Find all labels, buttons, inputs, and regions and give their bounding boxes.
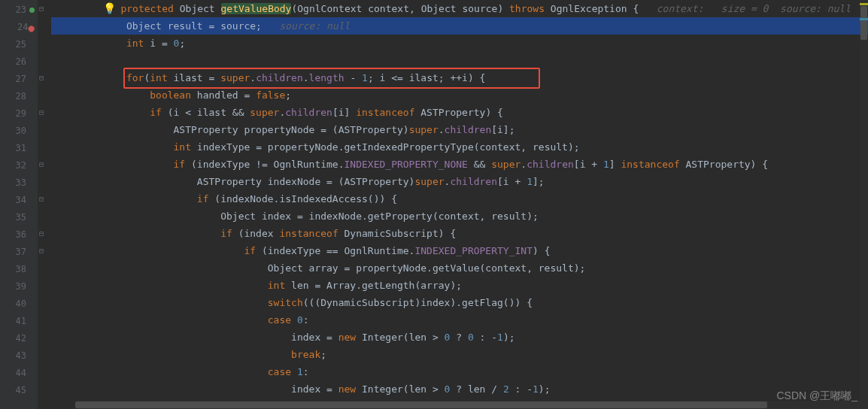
- code-token: Object: [180, 3, 221, 14]
- code-token: children: [450, 176, 497, 187]
- line-number[interactable]: 24●: [0, 19, 38, 36]
- code-line[interactable]: if (index instanceof DynamicSubscript) {: [51, 225, 868, 242]
- line-number[interactable]: 36: [0, 226, 38, 244]
- fold-toggle-icon[interactable]: ⊟: [39, 247, 46, 254]
- code-area[interactable]: ⊟⊟⊟⊟⊟⊟⊟ 💡 protected Object getValueBody(…: [38, 0, 868, 409]
- code-line[interactable]: int indexType = propertyNode.getIndexedP…: [51, 138, 868, 156]
- scrollbar-marker[interactable]: [860, 18, 868, 20]
- code-token: children: [445, 124, 492, 135]
- fold-toggle-icon[interactable]: ⊟: [39, 230, 46, 237]
- code-token: super: [491, 159, 520, 170]
- code-line[interactable]: if (indexType == OgnlRuntime.INDEXED_PRO…: [51, 242, 868, 259]
- code-token: boolean: [150, 89, 197, 101]
- code-token: :: [303, 366, 309, 377]
- code-token: Object result = source;: [126, 20, 280, 32]
- code-line[interactable]: case 1:: [51, 363, 868, 380]
- line-number[interactable]: 39: [0, 278, 38, 295]
- code-token: int: [174, 141, 197, 153]
- code-token: for: [126, 72, 144, 83]
- line-number[interactable]: 27: [0, 71, 38, 88]
- code-line[interactable]: if (i < ilast && super.children[i] insta…: [51, 104, 868, 121]
- code-line[interactable]: boolean handled = false;: [51, 86, 868, 104]
- line-number[interactable]: 26: [0, 53, 38, 71]
- line-number[interactable]: 33: [0, 174, 38, 192]
- code-token: length: [309, 72, 344, 83]
- code-token: case: [268, 314, 297, 326]
- code-line[interactable]: index = new Integer(len > 0 ? len / 2 : …: [51, 380, 868, 398]
- code-token: ;: [179, 38, 185, 49]
- line-number[interactable]: 28: [0, 88, 38, 105]
- code-token: ;: [285, 89, 291, 101]
- line-number[interactable]: 44: [0, 365, 38, 382]
- code-line[interactable]: index = new Integer(len > 0 ? 0 : -1);: [51, 329, 868, 346]
- line-number[interactable]: 31: [0, 140, 38, 157]
- fold-toggle-icon[interactable]: ⊟: [39, 5, 46, 12]
- code-token: : -: [509, 383, 533, 395]
- code-token: if: [244, 245, 261, 256]
- code-line[interactable]: int i = 0;: [51, 35, 868, 52]
- code-line[interactable]: Object index = indexNode.getProperty(con…: [51, 208, 868, 225]
- line-number[interactable]: 41: [0, 313, 38, 330]
- code-line[interactable]: 💡 protected Object getValueBody(OgnlCont…: [51, 0, 868, 17]
- code-token: int: [150, 72, 173, 83]
- line-number[interactable]: 37: [0, 244, 38, 261]
- code-token: .: [250, 72, 256, 83]
- fold-column[interactable]: ⊟⊟⊟⊟⊟⊟⊟: [38, 0, 48, 409]
- vertical-scrollbar-thumb[interactable]: [860, 6, 867, 40]
- code-token: protected: [120, 3, 179, 14]
- code-line[interactable]: if (indexType != OgnlRuntime.INDEXED_PRO…: [51, 156, 868, 173]
- line-number[interactable]: 23: [0, 2, 38, 19]
- line-number[interactable]: 35: [0, 209, 38, 226]
- vertical-scrollbar[interactable]: [860, 0, 868, 409]
- intention-bulb-icon[interactable]: 💡: [103, 0, 115, 17]
- code-line[interactable]: Object array = propertyNode.getValue(con…: [51, 259, 868, 277]
- code-token: (indexNode.isIndexedAccess()) {: [214, 193, 397, 204]
- code-line[interactable]: Object result = source; source: null: [51, 17, 868, 35]
- code-token: 1: [497, 332, 503, 343]
- fold-toggle-icon[interactable]: ⊟: [39, 109, 46, 116]
- scrollbar-marker[interactable]: [860, 3, 868, 5]
- line-number[interactable]: 25: [0, 36, 38, 53]
- line-number[interactable]: 29: [0, 105, 38, 123]
- line-number[interactable]: 32: [0, 157, 38, 174]
- line-number[interactable]: 30: [0, 123, 38, 140]
- code-token: ]: [609, 159, 621, 170]
- code-token: -: [344, 72, 362, 83]
- line-number[interactable]: 42: [0, 330, 38, 347]
- code-token: super: [220, 72, 250, 83]
- code-token: ];: [533, 176, 545, 187]
- line-number[interactable]: 40: [0, 295, 38, 313]
- code-line[interactable]: for(int ilast = super.children.length - …: [51, 69, 868, 86]
- horizontal-scrollbar-thumb[interactable]: [75, 401, 767, 408]
- code-token: indexType = propertyNode.getIndexedPrope…: [197, 141, 580, 153]
- code-content[interactable]: 💡 protected Object getValueBody(OgnlCont…: [38, 0, 868, 398]
- code-line[interactable]: [51, 52, 868, 69]
- line-number[interactable]: 43: [0, 347, 38, 365]
- line-number[interactable]: 34: [0, 192, 38, 209]
- code-line[interactable]: ASTProperty propertyNode = (ASTProperty)…: [51, 121, 868, 138]
- code-line[interactable]: case 0:: [51, 311, 868, 329]
- fold-toggle-icon[interactable]: ⊟: [39, 195, 46, 202]
- code-line[interactable]: break;: [51, 346, 868, 363]
- breakpoint-icon[interactable]: ●: [29, 23, 35, 33]
- fold-toggle-icon[interactable]: ⊟: [39, 161, 46, 168]
- code-token: Object index = indexNode.getProperty(con…: [220, 211, 539, 222]
- code-token: if: [150, 107, 167, 118]
- line-number[interactable]: 38: [0, 261, 38, 278]
- code-line[interactable]: ASTProperty indexNode = (ASTProperty)sup…: [51, 173, 868, 190]
- breakpoint-hit-icon[interactable]: [29, 8, 35, 13]
- gutter[interactable]: 2324●25262728293031323334353637383940414…: [0, 0, 38, 409]
- code-line[interactable]: switch(((DynamicSubscript)index).getFlag…: [51, 294, 868, 311]
- code-token: DynamicSubscript) {: [344, 228, 457, 239]
- code-token: super: [414, 176, 444, 187]
- code-line[interactable]: int len = Array.getLength(array);: [51, 277, 868, 294]
- horizontal-scrollbar[interactable]: [75, 401, 860, 409]
- code-token: i =: [150, 38, 173, 49]
- code-token: super: [250, 107, 279, 118]
- code-token: [i];: [491, 124, 514, 135]
- fold-toggle-icon[interactable]: ⊟: [39, 74, 46, 81]
- line-number[interactable]: 45: [0, 382, 38, 399]
- code-token: ?: [450, 332, 467, 343]
- code-token: [i]: [332, 107, 356, 118]
- code-line[interactable]: if (indexNode.isIndexedAccess()) {: [51, 190, 868, 208]
